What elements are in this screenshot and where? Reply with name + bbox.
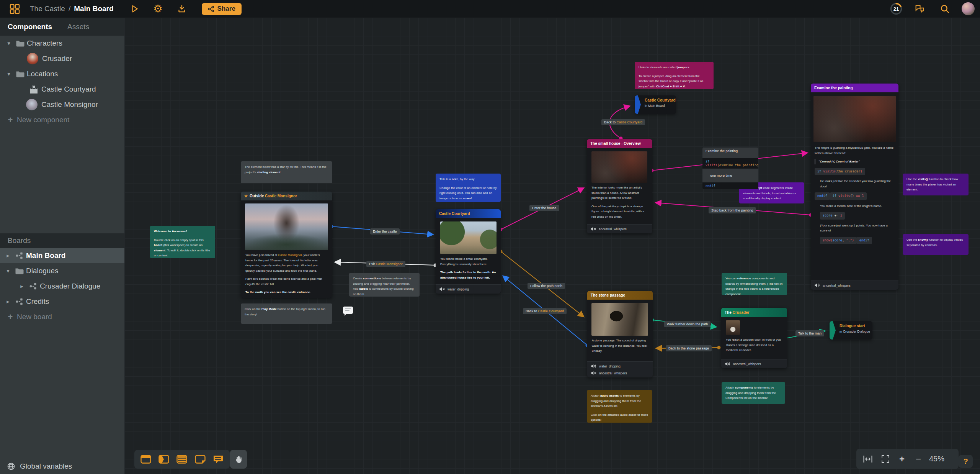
note-starting-element[interactable]: The element below has a star by its titl…: [241, 161, 332, 183]
castle-monsignor-avatar: [26, 99, 38, 110]
note-audio-assets[interactable]: Attach audio assets to elements by dragg…: [587, 390, 652, 423]
card-cover-image: [726, 320, 740, 335]
sidebar-folder-dialogues[interactable]: Dialogues: [0, 263, 124, 279]
note-connections[interactable]: Create connections between elements by c…: [349, 273, 420, 297]
element-card-castle-courtyard[interactable]: Castle Courtyard You stand inside a smal…: [436, 209, 501, 294]
global-variables-button[interactable]: Global variables: [0, 458, 131, 474]
note-colors[interactable]: This is a note, by the way.Change the co…: [436, 174, 501, 202]
export-button[interactable]: [173, 2, 190, 15]
pan-tool-button[interactable]: [230, 450, 247, 469]
speaker-icon: [815, 283, 820, 287]
element-card-outside-castle[interactable]: ★ Outside Castle Monsignor You have just…: [241, 192, 332, 298]
sidebar-board-main[interactable]: Main Board: [0, 248, 124, 263]
new-board-button[interactable]: New board: [0, 309, 124, 325]
app-menu-icon[interactable]: [6, 2, 23, 15]
card-title: The stone passage: [591, 293, 625, 297]
sidebar-board-crusader-dialogue[interactable]: Crusader Dialogue: [0, 279, 124, 294]
search-button[interactable]: [936, 2, 953, 15]
label-text: Examine the painting: [702, 148, 758, 154]
audio-asset-chip[interactable]: ancestral_whispers: [591, 227, 648, 231]
audio-asset-chip[interactable]: ancestral_whispers: [815, 283, 895, 287]
sidebar-item-castle-monsignor[interactable]: Castle Monsignor: [0, 97, 124, 112]
sidebar-board-credits[interactable]: Credits: [0, 294, 124, 309]
jumper-castle-courtyard[interactable]: Castle Courtyard in Main Board: [635, 95, 676, 114]
card-content: You reach a wooden door. In front of you…: [721, 335, 787, 356]
speaker-icon: [591, 364, 596, 368]
sidebar-folder-locations[interactable]: Locations: [0, 66, 124, 82]
element-card-stone-passage[interactable]: The stone passage A stone passage. The s…: [587, 291, 653, 377]
chevron-right-icon[interactable]: [17, 283, 27, 290]
connection-label-enter-house[interactable]: Enter the house: [529, 205, 559, 211]
tab-components[interactable]: Components: [8, 23, 52, 31]
connection-label-enter-castle[interactable]: Enter the castle: [370, 228, 400, 235]
connection-label-exit-castle[interactable]: Exit Castle Monsignor: [366, 261, 405, 267]
card-cover-image: [440, 221, 497, 254]
add-comment-tool-icon[interactable]: [211, 453, 225, 466]
chevron-down-icon[interactable]: [3, 267, 13, 274]
share-button[interactable]: Share: [202, 3, 242, 15]
zoom-in-button[interactable]: [895, 451, 908, 467]
sidebar-item-castle-courtyard[interactable]: Castle Courtyard: [0, 82, 124, 97]
add-branch-tool-icon[interactable]: [175, 453, 189, 466]
audio-asset-chip[interactable]: water_dripping: [591, 364, 649, 368]
comments-button[interactable]: [911, 2, 928, 15]
card-content: You stand inside a small courtyard. Ever…: [436, 254, 501, 283]
fit-screen-button[interactable]: [878, 451, 893, 467]
breadcrumb-project[interactable]: The Castle: [30, 5, 65, 13]
sidebar-tabs: Components Assets: [0, 18, 124, 36]
folder-icon: [14, 40, 27, 47]
connection-label-back-stone[interactable]: Back to the stone passage: [666, 345, 712, 351]
card-title: Examine the painting: [814, 86, 853, 90]
share-label: Share: [217, 5, 235, 13]
settings-button[interactable]: ⚙: [150, 2, 167, 15]
note-welcome[interactable]: Welcome to Arcweave!Double click on an e…: [150, 226, 215, 258]
folder-icon: [13, 267, 26, 275]
note-attach-components[interactable]: Attach components to elements by draggin…: [722, 382, 785, 404]
connection-label-back-courtyard-top[interactable]: Back to Castle Courtyard: [601, 119, 645, 125]
notifications-badge[interactable]: 21: [890, 2, 903, 15]
breadcrumb-board[interactable]: Main Board: [74, 5, 113, 13]
audio-asset-chip[interactable]: ancestral_whispers: [591, 371, 649, 375]
jumper-dialogue-start[interactable]: Dialogue start in Crusader Dialogue: [830, 321, 872, 340]
chat-icon: [915, 4, 925, 14]
note-jumpers[interactable]: Links to elements are called jumpers.To …: [635, 62, 714, 89]
audio-asset-chip[interactable]: ancestral_whispers: [725, 362, 783, 366]
add-element-tool-icon[interactable]: [139, 453, 153, 466]
zoom-out-button[interactable]: [911, 451, 926, 467]
element-card-examine-painting[interactable]: Examine the painting The knight is guard…: [811, 84, 898, 290]
tab-assets[interactable]: Assets: [67, 23, 89, 31]
plus-icon: [4, 115, 17, 125]
help-button[interactable]: ?: [959, 455, 973, 468]
element-card-small-house[interactable]: The small house - Overview The interior …: [587, 139, 652, 233]
add-jumper-tool-icon[interactable]: [157, 453, 171, 466]
connection-label-talk-man[interactable]: Talk to the man: [795, 330, 824, 336]
sidebar-folder-characters[interactable]: Characters: [0, 36, 124, 51]
chevron-down-icon[interactable]: [4, 71, 14, 77]
audio-asset-chip[interactable]: water_dripping: [439, 287, 497, 291]
play-mode-button[interactable]: [126, 2, 143, 15]
note-visits-function[interactable]: Use the visits() function to check how m…: [903, 174, 969, 195]
zoom-level[interactable]: 45%: [929, 454, 944, 463]
user-avatar[interactable]: [962, 2, 975, 15]
fit-width-button[interactable]: [860, 451, 875, 467]
connection-label-follow-path[interactable]: Follow the path north: [528, 283, 565, 289]
chevron-right-icon[interactable]: [3, 298, 13, 305]
card-title: The small house - Overview: [590, 141, 641, 146]
add-note-tool-icon[interactable]: [193, 453, 207, 466]
speaker-muted-icon: [591, 371, 596, 375]
new-component-button[interactable]: New component: [0, 112, 124, 128]
connection-label-step-back[interactable]: Step back from the painting: [709, 207, 756, 213]
card-cover-image: [813, 96, 896, 142]
connection-label-back-courtyard[interactable]: Back to Castle Courtyard: [523, 308, 567, 314]
connection-label-walk-further[interactable]: Walk further down the path: [664, 321, 710, 327]
note-play-mode[interactable]: Click on the Play Mode button on the top…: [241, 303, 332, 324]
chevron-right-icon[interactable]: [3, 252, 13, 259]
note-show-function[interactable]: Use the show() function to display value…: [903, 234, 969, 255]
comment-marker-icon[interactable]: [343, 307, 353, 314]
note-reference[interactable]: You can reference components and boards …: [722, 273, 787, 295]
element-card-crusader[interactable]: The Crusader You reach a wooden door. In…: [721, 308, 787, 368]
chevron-down-icon[interactable]: [4, 40, 14, 47]
app-window: The Castle / Main Board ⚙: [0, 0, 980, 474]
sidebar-item-crusader[interactable]: Crusader: [0, 51, 124, 66]
connection-label-examine-painting-code[interactable]: Examine the painting if visits(examine_t…: [702, 148, 758, 189]
